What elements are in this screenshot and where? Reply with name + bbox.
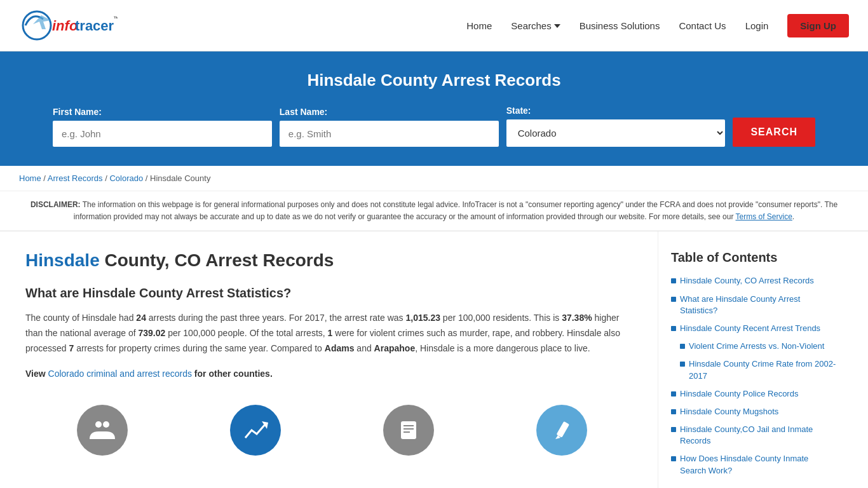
para1-mid2: per 100,000 residents. This is xyxy=(440,313,562,323)
para1-end: arrests for property crimes during the s… xyxy=(74,343,325,353)
first-name-label: First Name: xyxy=(53,107,272,117)
svg-text:tracer: tracer xyxy=(75,18,114,34)
toc-item: How Does Hinsdale County Inmate Search W… xyxy=(671,453,836,476)
article-heading: Hinsdale County, CO Arrest Records xyxy=(25,250,639,271)
state-select[interactable]: Colorado Alabama Alaska Arizona Arkansas… xyxy=(506,119,726,147)
trend-icon xyxy=(230,405,281,456)
toc-link[interactable]: How Does Hinsdale County Inmate Search W… xyxy=(680,453,836,476)
toc-item: Hinsdale County, CO Arrest Records xyxy=(671,275,836,287)
nav-contact-us[interactable]: Contact Us xyxy=(679,20,726,31)
breadcrumb-sep3: / xyxy=(146,173,150,183)
arrests-count: 24 xyxy=(136,313,146,323)
main-nav: Home Searches Business Solutions Contact… xyxy=(466,14,849,37)
disclaimer-bar: DISCLAIMER: The information on this webp… xyxy=(0,191,868,231)
nav-home[interactable]: Home xyxy=(466,20,492,31)
toc-link[interactable]: Hinsdale County Recent Arrest Trends xyxy=(680,323,820,334)
search-button[interactable]: SEARCH xyxy=(733,118,815,147)
toc-title: Table of Contents xyxy=(671,250,836,265)
toc-link[interactable]: Violent Crime Arrests vs. Non-Violent xyxy=(689,341,824,352)
svg-point-6 xyxy=(103,421,109,428)
toc-bullet-icon xyxy=(671,326,676,331)
view-suffix: for other counties. xyxy=(192,369,273,379)
icon-item-scroll xyxy=(383,405,434,456)
article-view-paragraph: View Colorado criminal and arrest record… xyxy=(25,367,639,382)
article-heading-rest: County, CO Arrest Records xyxy=(100,250,334,270)
main-content: Hinsdale County, CO Arrest Records What … xyxy=(0,231,868,488)
article: Hinsdale County, CO Arrest Records What … xyxy=(19,231,658,488)
county1: Adams xyxy=(325,343,355,353)
toc-link[interactable]: Hinsdale County Mugshots xyxy=(680,406,778,417)
nav-signup[interactable]: Sign Up xyxy=(787,14,849,37)
svg-rect-11 xyxy=(403,428,414,430)
last-name-label: Last Name: xyxy=(280,107,499,117)
search-form: First Name: Last Name: State: Colorado A… xyxy=(53,105,815,147)
stats-heading: What are Hinsdale County Arrest Statisti… xyxy=(25,286,639,301)
icon-item-trend xyxy=(230,405,281,456)
first-name-input[interactable] xyxy=(53,121,272,147)
county2: Arapahoe xyxy=(374,343,416,353)
icon-item-pencil xyxy=(536,405,587,456)
first-name-group: First Name: xyxy=(53,107,272,147)
disclaimer-label: DISCLAIMER: xyxy=(31,200,81,209)
nav-searches[interactable]: Searches xyxy=(511,20,560,31)
breadcrumb-arrest-records[interactable]: Arrest Records xyxy=(48,173,103,183)
toc-link[interactable]: Hinsdale County Police Records xyxy=(680,388,798,400)
last-name-group: Last Name: xyxy=(280,107,499,147)
svg-text:™: ™ xyxy=(113,15,118,22)
toc-item: Hinsdale County Recent Arrest Trends xyxy=(671,323,836,334)
toc-list: Hinsdale County, CO Arrest RecordsWhat a… xyxy=(671,275,836,476)
scroll-icon xyxy=(383,405,434,456)
toc-link[interactable]: What are Hinsdale County Arrest Statisti… xyxy=(680,294,836,316)
breadcrumb-hinsdale: Hinsdale County xyxy=(150,173,210,183)
toc-bullet-icon xyxy=(671,297,676,302)
higher-pct: 37.38% xyxy=(562,313,592,323)
nav-business-solutions[interactable]: Business Solutions xyxy=(580,20,660,31)
para1-tail: , Hinsdale is a more dangerous place to … xyxy=(415,343,590,353)
chevron-down-icon xyxy=(554,24,560,28)
toc-bullet-icon xyxy=(671,391,676,396)
colorado-records-link[interactable]: Colorado criminal and arrest records xyxy=(48,369,192,379)
toc-item: What are Hinsdale County Arrest Statisti… xyxy=(671,294,836,316)
toc-item: Hinsdale County,CO Jail and Inmate Recor… xyxy=(671,424,836,447)
state-label: State: xyxy=(506,105,726,116)
toc-bullet-icon xyxy=(671,278,676,283)
toc-bullet-icon xyxy=(671,409,676,414)
pencil-icon xyxy=(536,405,587,456)
article-paragraph1: The county of Hinsdale had 24 arrests du… xyxy=(25,311,639,356)
hero-section: Hinsdale County Arrest Records First Nam… xyxy=(0,51,868,166)
breadcrumb-colorado[interactable]: Colorado xyxy=(109,173,143,183)
site-header: info tracer ™ Home Searches Business Sol… xyxy=(0,0,868,51)
icon-item-people xyxy=(77,405,128,456)
toc-item: Hinsdale County Mugshots xyxy=(671,406,836,417)
disclaimer-text: The information on this webpage is for g… xyxy=(74,200,837,221)
svg-rect-12 xyxy=(403,431,410,433)
people-icon xyxy=(77,405,128,456)
breadcrumb-home[interactable]: Home xyxy=(19,173,41,183)
icons-row xyxy=(25,392,639,462)
and-text: and xyxy=(354,343,374,353)
last-name-input[interactable] xyxy=(280,121,499,147)
view-text: View xyxy=(25,369,48,379)
arrest-rate: 1,015.23 xyxy=(405,313,440,323)
svg-point-5 xyxy=(95,421,102,428)
toc-link[interactable]: Hinsdale County Crime Rate from 2002-201… xyxy=(689,358,836,381)
nav-login[interactable]: Login xyxy=(745,20,769,31)
para1-mid4: per 100,000 people. Of the total arrests… xyxy=(165,328,327,338)
terms-of-service-link[interactable]: Terms of Service xyxy=(736,212,792,221)
toc-item: Hinsdale County Police Records xyxy=(671,388,836,400)
logo[interactable]: info tracer ™ xyxy=(19,6,118,44)
breadcrumb: Home / Arrest Records / Colorado / Hinsd… xyxy=(0,166,868,191)
para1-mid1: arrests during the past three years. For… xyxy=(146,313,406,323)
toc-bullet-icon xyxy=(671,456,676,461)
svg-rect-13 xyxy=(557,421,570,437)
toc-link[interactable]: Hinsdale County,CO Jail and Inmate Recor… xyxy=(680,424,836,447)
toc-item: Violent Crime Arrests vs. Non-Violent xyxy=(680,341,836,352)
disclaimer-period: . xyxy=(792,212,794,221)
sidebar-toc: Table of Contents Hinsdale County, CO Ar… xyxy=(658,231,849,488)
national-avg: 739.02 xyxy=(138,328,165,338)
hero-title: Hinsdale County Arrest Records xyxy=(25,71,843,90)
para1-start: The county of Hinsdale had xyxy=(25,313,136,323)
toc-bullet-icon xyxy=(671,427,676,432)
toc-item: Hinsdale County Crime Rate from 2002-201… xyxy=(680,358,836,381)
toc-link[interactable]: Hinsdale County, CO Arrest Records xyxy=(680,275,814,287)
